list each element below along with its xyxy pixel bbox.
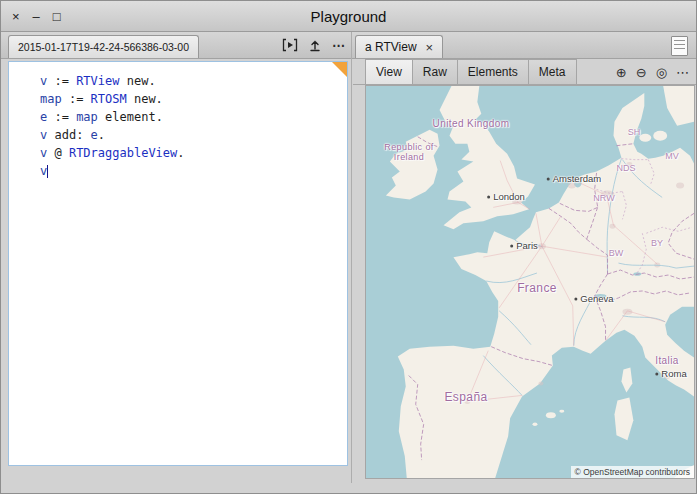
pages-icon[interactable] (671, 36, 688, 56)
map-attribution: © OpenStreetMap contributors (571, 466, 694, 478)
publish-icon-svg (308, 38, 322, 52)
inspector-tab-elements[interactable]: Elements (458, 59, 529, 84)
play-icon[interactable] (282, 38, 298, 52)
close-window-icon[interactable]: × (12, 10, 20, 23)
code-line: v @ RTDraggableView. (40, 144, 339, 162)
inspector-tab-label: a RTView (365, 40, 417, 54)
tab-bar: 2015-01-17T19-42-24-566386-03-00 ⋯ a RTV… (1, 32, 696, 59)
maximize-window-icon[interactable]: □ (53, 10, 61, 23)
page-toolbar: ⋯ (282, 32, 345, 58)
code-lines: v := RTView new.map := RTOSM new.e := ma… (9, 62, 347, 465)
inspector-tab[interactable]: a RTView × (355, 35, 443, 58)
pane-divider[interactable] (351, 32, 352, 483)
inspector-toolbar: ⊕⊖◎⋯ (616, 61, 689, 83)
text-cursor (47, 165, 48, 178)
unsaved-indicator-icon (332, 62, 347, 77)
code-line: e := map element. (40, 108, 339, 126)
title-bar: Playground × – □ (1, 1, 696, 32)
window-title: Playground (1, 1, 696, 31)
inspector-tab-meta[interactable]: Meta (529, 59, 577, 84)
code-editor[interactable]: v := RTView new.map := RTOSM new.e := ma… (8, 61, 348, 466)
page-tab-label: 2015-01-17T19-42-24-566386-03-00 (18, 41, 189, 53)
zoom-out-icon[interactable]: ⊖ (636, 66, 647, 79)
playground-window: Playground × – □ 2015-01-17T19-42-24-566… (0, 0, 697, 494)
code-line: v (40, 162, 339, 180)
page-tab[interactable]: 2015-01-17T19-42-24-566386-03-00 (8, 35, 199, 58)
inspector-tab-view[interactable]: View (365, 59, 413, 84)
code-line: v := RTView new. (40, 72, 339, 90)
code-line: v add: e. (40, 126, 339, 144)
inspector-tab-raw[interactable]: Raw (413, 59, 458, 84)
publish-icon[interactable] (308, 38, 322, 52)
code-line: map := RTOSM new. (40, 90, 339, 108)
more-options-icon[interactable]: ⋯ (676, 66, 689, 79)
window-controls: × – □ (12, 1, 61, 31)
close-tab-icon[interactable]: × (426, 41, 434, 54)
play-icon-svg (282, 38, 298, 52)
map-view[interactable]: United KingdomRepublic of IrelandFranceE… (365, 85, 695, 479)
minimize-window-icon[interactable]: – (33, 10, 40, 23)
page-more-icon[interactable]: ⋯ (332, 38, 345, 53)
map-svg (366, 86, 694, 478)
recenter-icon[interactable]: ◎ (656, 66, 667, 79)
zoom-in-icon[interactable]: ⊕ (616, 66, 627, 79)
